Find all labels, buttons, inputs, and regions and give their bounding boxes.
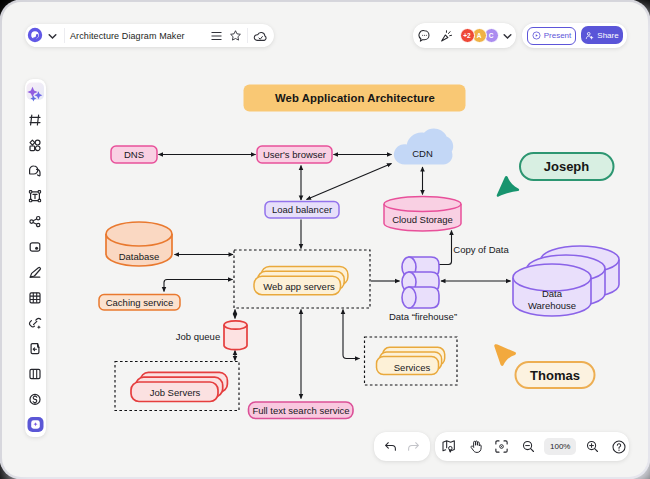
svg-text:Full text search service: Full text search service [252,405,349,416]
svg-text:Web app servers: Web app servers [263,281,335,292]
svg-text:Copy of Data: Copy of Data [453,244,509,255]
svg-text:Job queue: Job queue [176,331,220,342]
svg-text:Services: Services [394,362,431,373]
svg-text:User's browser: User's browser [263,149,326,160]
svg-text:Thomas: Thomas [530,368,580,383]
svg-text:Data “firehouse”: Data “firehouse” [389,311,457,322]
svg-text:CDN: CDN [412,148,433,159]
svg-text:Job Servers: Job Servers [150,387,201,398]
svg-text:DNS: DNS [124,149,144,160]
svg-text:Web Application Architecture: Web Application Architecture [275,92,435,104]
svg-text:Database: Database [119,251,160,262]
svg-text:Joseph: Joseph [544,159,590,174]
svg-text:Load balancer: Load balancer [272,204,332,215]
svg-text:Cloud Storage: Cloud Storage [392,214,453,225]
svg-text:Caching service: Caching service [106,297,174,308]
svg-text:Warehouse: Warehouse [528,300,576,311]
svg-text:Data: Data [542,288,563,299]
